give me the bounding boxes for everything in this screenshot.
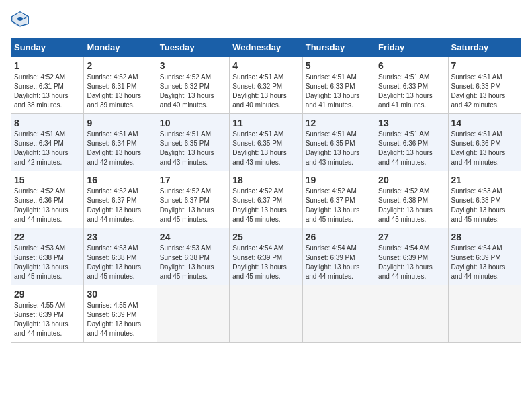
day-number: 16 — [87, 175, 153, 185]
calendar-day-26: 26Sunrise: 4:54 AMSunset: 6:39 PMDayligh… — [302, 228, 375, 285]
calendar-day-11: 11Sunrise: 4:51 AMSunset: 6:35 PMDayligh… — [230, 114, 302, 171]
day-number: 11 — [232, 118, 299, 128]
calendar-day-28: 28Sunrise: 4:54 AMSunset: 6:39 PMDayligh… — [448, 228, 521, 285]
calendar-day-empty — [230, 285, 302, 342]
calendar-day-2: 2Sunrise: 4:52 AMSunset: 6:31 PMDaylight… — [84, 57, 157, 114]
calendar-day-10: 10Sunrise: 4:51 AMSunset: 6:35 PMDayligh… — [157, 114, 229, 171]
calendar-table: SundayMondayTuesdayWednesdayThursdayFrid… — [11, 38, 521, 342]
calendar-week-row: 22Sunrise: 4:53 AMSunset: 6:38 PMDayligh… — [11, 228, 521, 285]
calendar-week-row: 8Sunrise: 4:51 AMSunset: 6:34 PMDaylight… — [11, 114, 521, 171]
day-detail: Sunrise: 4:55 AMSunset: 6:39 PMDaylight:… — [87, 302, 141, 337]
calendar-day-15: 15Sunrise: 4:52 AMSunset: 6:36 PMDayligh… — [11, 171, 84, 228]
day-number: 18 — [232, 175, 299, 185]
calendar-day-4: 4Sunrise: 4:51 AMSunset: 6:32 PMDaylight… — [230, 57, 302, 114]
calendar-day-23: 23Sunrise: 4:53 AMSunset: 6:38 PMDayligh… — [84, 228, 157, 285]
day-detail: Sunrise: 4:52 AMSunset: 6:37 PMDaylight:… — [232, 187, 287, 223]
calendar-day-16: 16Sunrise: 4:52 AMSunset: 6:37 PMDayligh… — [84, 171, 157, 228]
day-detail: Sunrise: 4:52 AMSunset: 6:38 PMDaylight:… — [378, 187, 433, 223]
calendar-day-19: 19Sunrise: 4:52 AMSunset: 6:37 PMDayligh… — [302, 171, 375, 228]
day-number: 3 — [160, 60, 226, 71]
calendar-day-8: 8Sunrise: 4:51 AMSunset: 6:34 PMDaylight… — [11, 114, 84, 171]
day-detail: Sunrise: 4:52 AMSunset: 6:37 PMDaylight:… — [160, 187, 214, 223]
day-number: 30 — [87, 289, 153, 300]
day-number: 10 — [160, 118, 226, 128]
day-detail: Sunrise: 4:52 AMSunset: 6:36 PMDaylight:… — [14, 187, 69, 223]
day-number: 6 — [378, 60, 445, 71]
day-number: 1 — [14, 60, 81, 71]
day-detail: Sunrise: 4:51 AMSunset: 6:35 PMDaylight:… — [232, 130, 287, 166]
calendar-day-25: 25Sunrise: 4:54 AMSunset: 6:39 PMDayligh… — [230, 228, 302, 285]
day-number: 5 — [306, 60, 372, 71]
day-detail: Sunrise: 4:53 AMSunset: 6:38 PMDaylight:… — [87, 244, 141, 280]
day-number: 4 — [232, 60, 299, 71]
day-number: 15 — [14, 175, 81, 185]
weekday-header-wednesday: Wednesday — [230, 38, 302, 57]
day-number: 2 — [87, 60, 153, 71]
calendar-day-7: 7Sunrise: 4:51 AMSunset: 6:33 PMDaylight… — [448, 57, 521, 114]
calendar-day-6: 6Sunrise: 4:51 AMSunset: 6:33 PMDaylight… — [375, 57, 448, 114]
day-number: 17 — [160, 175, 226, 185]
day-detail: Sunrise: 4:52 AMSunset: 6:32 PMDaylight:… — [160, 73, 214, 109]
day-detail: Sunrise: 4:51 AMSunset: 6:36 PMDaylight:… — [378, 130, 433, 166]
day-number: 7 — [451, 60, 518, 71]
weekday-header-saturday: Saturday — [448, 38, 521, 57]
calendar-day-empty — [375, 285, 448, 342]
day-number: 13 — [378, 118, 445, 128]
day-number: 19 — [306, 175, 372, 185]
day-number: 25 — [232, 232, 299, 242]
calendar-day-empty — [157, 285, 229, 342]
calendar-day-20: 20Sunrise: 4:52 AMSunset: 6:38 PMDayligh… — [375, 171, 448, 228]
day-number: 12 — [306, 118, 372, 128]
day-detail: Sunrise: 4:51 AMSunset: 6:33 PMDaylight:… — [451, 73, 506, 109]
day-number: 26 — [306, 232, 372, 242]
day-detail: Sunrise: 4:54 AMSunset: 6:39 PMDaylight:… — [451, 244, 506, 280]
calendar-day-27: 27Sunrise: 4:54 AMSunset: 6:39 PMDayligh… — [375, 228, 448, 285]
day-number: 20 — [378, 175, 445, 185]
day-number: 24 — [160, 232, 226, 242]
day-detail: Sunrise: 4:51 AMSunset: 6:32 PMDaylight:… — [232, 73, 287, 109]
weekday-header-sunday: Sunday — [11, 38, 84, 57]
day-detail: Sunrise: 4:53 AMSunset: 6:38 PMDaylight:… — [14, 244, 69, 280]
calendar-day-18: 18Sunrise: 4:52 AMSunset: 6:37 PMDayligh… — [230, 171, 302, 228]
day-number: 8 — [14, 118, 81, 128]
day-detail: Sunrise: 4:51 AMSunset: 6:36 PMDaylight:… — [451, 130, 506, 166]
day-detail: Sunrise: 4:55 AMSunset: 6:39 PMDaylight:… — [14, 302, 69, 337]
day-detail: Sunrise: 4:51 AMSunset: 6:33 PMDaylight:… — [378, 73, 433, 109]
day-detail: Sunrise: 4:52 AMSunset: 6:31 PMDaylight:… — [14, 73, 69, 109]
day-detail: Sunrise: 4:51 AMSunset: 6:35 PMDaylight:… — [160, 130, 214, 166]
weekday-header-row: SundayMondayTuesdayWednesdayThursdayFrid… — [11, 38, 521, 57]
logo-icon — [11, 11, 30, 30]
calendar-week-row: 29Sunrise: 4:55 AMSunset: 6:39 PMDayligh… — [11, 285, 521, 342]
logo — [11, 11, 32, 30]
day-detail: Sunrise: 4:51 AMSunset: 6:33 PMDaylight:… — [306, 73, 360, 109]
day-number: 29 — [14, 289, 81, 300]
weekday-header-tuesday: Tuesday — [157, 38, 229, 57]
day-detail: Sunrise: 4:54 AMSunset: 6:39 PMDaylight:… — [232, 244, 287, 280]
calendar-day-empty — [302, 285, 375, 342]
day-detail: Sunrise: 4:51 AMSunset: 6:34 PMDaylight:… — [87, 130, 141, 166]
calendar-day-5: 5Sunrise: 4:51 AMSunset: 6:33 PMDaylight… — [302, 57, 375, 114]
day-number: 9 — [87, 118, 153, 128]
calendar-day-14: 14Sunrise: 4:51 AMSunset: 6:36 PMDayligh… — [448, 114, 521, 171]
day-detail: Sunrise: 4:52 AMSunset: 6:37 PMDaylight:… — [306, 187, 360, 223]
day-number: 22 — [14, 232, 81, 242]
calendar-day-22: 22Sunrise: 4:53 AMSunset: 6:38 PMDayligh… — [11, 228, 84, 285]
calendar-week-row: 1Sunrise: 4:52 AMSunset: 6:31 PMDaylight… — [11, 57, 521, 114]
calendar-day-12: 12Sunrise: 4:51 AMSunset: 6:35 PMDayligh… — [302, 114, 375, 171]
calendar-day-17: 17Sunrise: 4:52 AMSunset: 6:37 PMDayligh… — [157, 171, 229, 228]
day-number: 27 — [378, 232, 445, 242]
calendar-day-3: 3Sunrise: 4:52 AMSunset: 6:32 PMDaylight… — [157, 57, 229, 114]
day-detail: Sunrise: 4:52 AMSunset: 6:31 PMDaylight:… — [87, 73, 141, 109]
page-header — [11, 11, 521, 30]
calendar-day-9: 9Sunrise: 4:51 AMSunset: 6:34 PMDaylight… — [84, 114, 157, 171]
weekday-header-monday: Monday — [84, 38, 157, 57]
day-detail: Sunrise: 4:54 AMSunset: 6:39 PMDaylight:… — [378, 244, 433, 280]
weekday-header-friday: Friday — [375, 38, 448, 57]
day-number: 23 — [87, 232, 153, 242]
day-detail: Sunrise: 4:51 AMSunset: 6:34 PMDaylight:… — [14, 130, 69, 166]
day-number: 28 — [451, 232, 518, 242]
calendar-day-30: 30Sunrise: 4:55 AMSunset: 6:39 PMDayligh… — [84, 285, 157, 342]
day-number: 14 — [451, 118, 518, 128]
weekday-header-thursday: Thursday — [302, 38, 375, 57]
calendar-day-29: 29Sunrise: 4:55 AMSunset: 6:39 PMDayligh… — [11, 285, 84, 342]
